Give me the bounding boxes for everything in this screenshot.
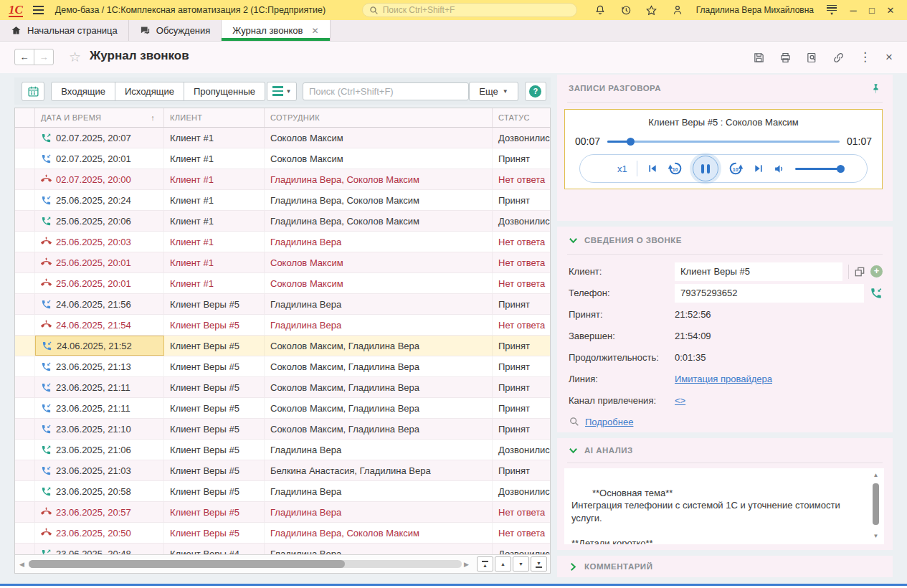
add-favorite-star-icon[interactable]: ☆ bbox=[69, 49, 81, 65]
global-search-input[interactable]: Поиск Ctrl+Shift+F bbox=[362, 3, 577, 17]
table-row[interactable]: 23.06.2025, 21:06Клиент Веры #5Гладилина… bbox=[15, 440, 550, 460]
favorites-star-icon[interactable] bbox=[645, 3, 659, 17]
table-row[interactable]: 02.07.2025, 20:01Клиент #1Соколов Максим… bbox=[15, 148, 550, 169]
window-maximize-button[interactable]: □ bbox=[863, 5, 881, 16]
scroll-right-icon[interactable]: ▶ bbox=[464, 561, 471, 568]
skip-to-start-icon[interactable] bbox=[647, 163, 658, 174]
preview-icon[interactable] bbox=[806, 52, 818, 64]
phone-field[interactable]: 79375293652 bbox=[675, 284, 864, 303]
user-icon[interactable] bbox=[670, 3, 685, 17]
volume-thumb[interactable] bbox=[837, 165, 845, 173]
list-search-input[interactable] bbox=[303, 82, 469, 100]
horizontal-scrollbar[interactable] bbox=[29, 560, 462, 568]
back-button[interactable]: ← bbox=[14, 49, 34, 65]
progress-thumb[interactable] bbox=[627, 138, 635, 146]
table-row[interactable]: 24.06.2025, 21:56Клиент Веры #5Гладилина… bbox=[15, 294, 550, 315]
more-button[interactable]: Еще ▼ bbox=[469, 82, 518, 101]
table-row[interactable]: 02.07.2025, 20:00Клиент #1Гладилина Вера… bbox=[15, 169, 550, 190]
print-icon[interactable] bbox=[779, 52, 792, 64]
go-last-button[interactable]: ▼ bbox=[531, 556, 547, 572]
header-client[interactable]: КЛИЕНТ bbox=[164, 108, 265, 127]
window-bottom-border bbox=[0, 584, 907, 586]
window-minimize-button[interactable]: ─ bbox=[844, 5, 863, 16]
close-form-icon[interactable]: × bbox=[885, 51, 893, 64]
tab-home[interactable]: Начальная страница bbox=[0, 20, 129, 41]
call-details-header[interactable]: СВЕДЕНИЯ О ЗВОНКЕ bbox=[557, 227, 893, 254]
period-calendar-button[interactable] bbox=[22, 82, 44, 101]
more-actions-icon[interactable]: ⋮ bbox=[859, 51, 871, 64]
notifications-bell-icon[interactable] bbox=[593, 3, 607, 17]
scrollbar-thumb[interactable] bbox=[29, 560, 345, 568]
table-row[interactable]: 25.06.2025, 20:24Клиент #1Гладилина Вера… bbox=[15, 190, 550, 211]
open-client-icon[interactable] bbox=[855, 267, 865, 277]
header-marker-column[interactable] bbox=[15, 108, 35, 127]
call-in-icon bbox=[40, 298, 52, 310]
cell-employee: Гладилина Вера bbox=[265, 440, 493, 460]
rewind-10-icon[interactable]: 10 bbox=[668, 161, 683, 176]
pin-icon[interactable] bbox=[870, 83, 881, 94]
create-client-icon[interactable]: + bbox=[870, 265, 883, 278]
table-row[interactable]: 02.07.2025, 20:07Клиент #1Соколов Максим… bbox=[15, 128, 550, 148]
scroll-left-icon[interactable]: ◀ bbox=[19, 561, 27, 568]
forward-10-icon[interactable]: 10 bbox=[728, 161, 744, 176]
call-phone-icon[interactable] bbox=[870, 287, 883, 300]
table-row[interactable]: 23.06.2025, 21:11Клиент Веры #5Соколов М… bbox=[15, 377, 550, 398]
save-icon[interactable] bbox=[753, 52, 765, 64]
header-status[interactable]: СТАТУС bbox=[493, 108, 550, 127]
ai-analysis-header[interactable]: AI АНАЛИЗ bbox=[557, 438, 893, 463]
header-datetime[interactable]: ДАТА И ВРЕМЯ ↑ bbox=[35, 108, 164, 127]
get-link-icon[interactable] bbox=[832, 52, 845, 64]
progress-slider[interactable] bbox=[607, 141, 840, 143]
tab-call-journal[interactable]: Журнал звонков ✕ bbox=[222, 20, 330, 41]
table-row[interactable]: 23.06.2025, 20:57Клиент Веры #5Гладилина… bbox=[15, 502, 550, 523]
call-side-panel: ЗАПИСИ РАЗГОВОРА Клиент Веры #5 : Соколо… bbox=[557, 75, 893, 583]
scroll-down-icon[interactable]: ▼ bbox=[871, 533, 880, 541]
go-first-button[interactable]: ▲ bbox=[477, 556, 493, 572]
table-row[interactable]: 23.06.2025, 20:50Клиент Веры #5Гладилина… bbox=[15, 523, 550, 544]
line-link[interactable]: Имитация провайдера bbox=[675, 374, 772, 384]
table-row[interactable]: 23.06.2025, 20:58Клиент Веры #5Гладилина… bbox=[15, 481, 550, 502]
cell-status: Принят bbox=[493, 190, 550, 210]
playback-speed-button[interactable]: x1 bbox=[617, 163, 627, 174]
filter-outgoing-button[interactable]: Исходящие bbox=[115, 82, 184, 101]
tab-discussions[interactable]: Обсуждения bbox=[129, 20, 222, 41]
channel-link[interactable]: <> bbox=[675, 395, 685, 406]
volume-slider[interactable] bbox=[795, 168, 841, 170]
table-row[interactable]: 25.06.2025, 20:01Клиент #1Соколов Максим… bbox=[15, 252, 550, 273]
comment-header[interactable]: КОММЕНТАРИЙ bbox=[557, 556, 893, 577]
ai-scrollbar[interactable]: ▲ ▼ bbox=[871, 472, 880, 541]
table-row[interactable]: 24.06.2025, 21:54Клиент Веры #5Гладилина… bbox=[15, 315, 550, 336]
cell-datetime: 23.06.2025, 20:50 bbox=[35, 523, 164, 543]
table-row[interactable]: 23.06.2025, 21:03Клиент Веры #5Белкина А… bbox=[15, 460, 550, 481]
skip-to-end-icon[interactable] bbox=[753, 163, 764, 174]
window-close-button[interactable]: ✕ bbox=[881, 5, 900, 16]
cell-status: Нет ответа bbox=[493, 169, 550, 189]
filter-missed-button[interactable]: Пропущенные bbox=[184, 82, 265, 101]
service-menu-icon[interactable]: ▾ bbox=[827, 5, 837, 16]
go-next-button[interactable]: ▼ bbox=[513, 556, 529, 572]
history-icon[interactable] bbox=[619, 3, 633, 17]
table-row[interactable]: 25.06.2025, 20:01Клиент #1Соколов Максим… bbox=[15, 273, 550, 294]
pause-button[interactable] bbox=[693, 156, 718, 181]
volume-icon[interactable] bbox=[774, 163, 786, 175]
list-menu-button[interactable]: ▼ bbox=[267, 82, 297, 101]
help-button[interactable]: ? bbox=[525, 82, 546, 101]
table-row[interactable]: 25.06.2025, 20:03Клиент #1Гладилина Вера… bbox=[15, 232, 550, 252]
details-link[interactable]: Подробнее bbox=[585, 417, 633, 427]
table-row[interactable]: 24.06.2025, 21:52Клиент Веры #5Соколов М… bbox=[15, 336, 550, 356]
table-row[interactable]: 23.06.2025, 21:13Клиент Веры #5Соколов М… bbox=[15, 356, 550, 377]
main-menu-icon[interactable] bbox=[33, 6, 44, 14]
table-row[interactable]: 23.06.2025, 21:10Клиент Веры #5Соколов М… bbox=[15, 419, 550, 440]
scroll-up-icon[interactable]: ▲ bbox=[871, 472, 880, 480]
tab-close-icon[interactable]: ✕ bbox=[312, 26, 319, 36]
filter-incoming-button[interactable]: Входящие bbox=[51, 82, 115, 101]
client-field[interactable]: Клиент Веры #5 bbox=[675, 262, 842, 281]
header-employee[interactable]: СОТРУДНИК bbox=[265, 108, 493, 127]
table-row[interactable]: 25.06.2025, 20:06Клиент #1Гладилина Вера… bbox=[15, 211, 550, 232]
go-prev-button[interactable]: ▲ bbox=[495, 556, 511, 572]
sort-asc-icon: ↑ bbox=[151, 113, 163, 122]
ai-scroll-thumb[interactable] bbox=[873, 483, 879, 525]
ai-analysis-text[interactable]: **Основная тема** Интеграция телефонии с… bbox=[564, 468, 884, 544]
forward-button[interactable]: → bbox=[34, 49, 54, 65]
table-row[interactable]: 23.06.2025, 21:11Клиент Веры #5Соколов М… bbox=[15, 398, 550, 419]
